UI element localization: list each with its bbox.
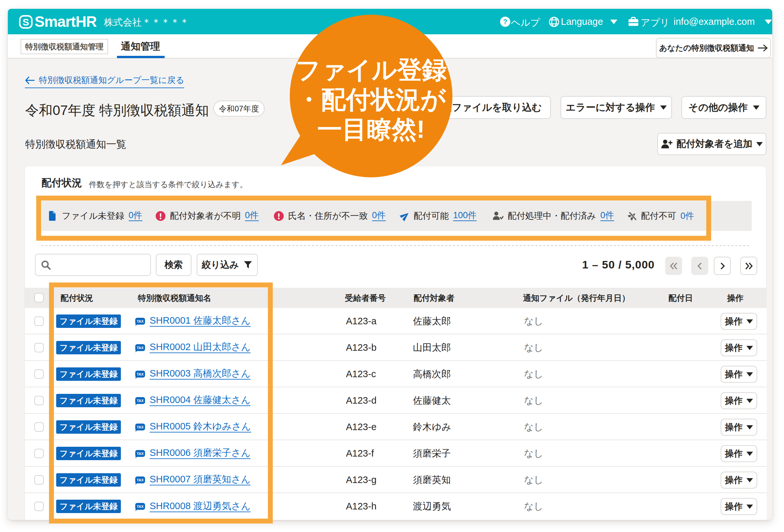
svg-text:S: S xyxy=(23,17,29,27)
svg-text:?: ? xyxy=(503,18,508,26)
